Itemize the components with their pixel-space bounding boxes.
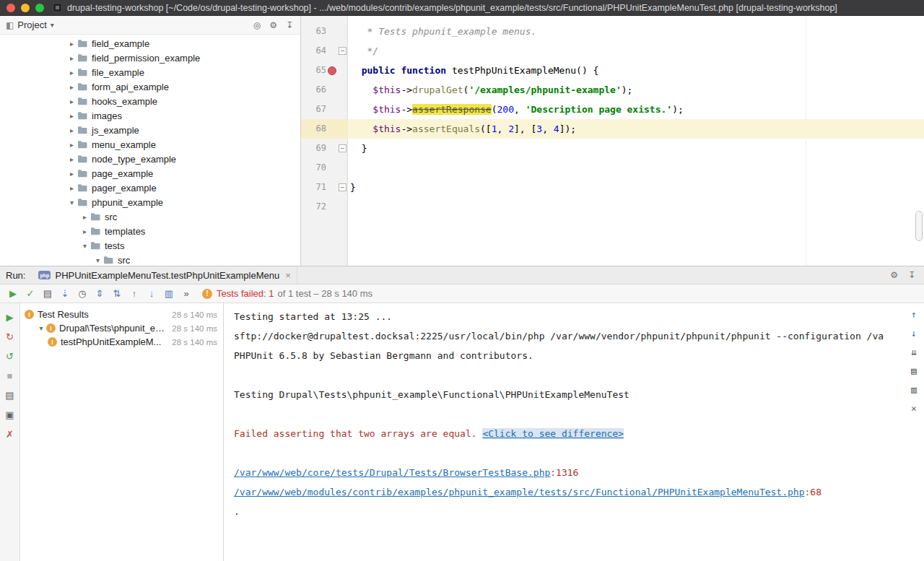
code-line[interactable]: 72 [301, 197, 924, 217]
chevron-down-icon[interactable]: ▾ [92, 256, 103, 264]
more-icon[interactable]: » [178, 288, 195, 299]
chevron-right-icon[interactable]: ▸ [66, 126, 77, 134]
close-tab-icon[interactable]: × [285, 270, 291, 281]
to-bottom-icon[interactable]: ↓ [911, 328, 917, 339]
project-tree-item[interactable]: ▸node_type_example [0, 152, 300, 166]
project-tree-item[interactable]: ▸form_api_example [0, 79, 300, 94]
project-tree-item[interactable]: ▸images [0, 108, 300, 123]
code-text [348, 158, 350, 178]
scroll-to-end-icon[interactable]: ⇊ [911, 347, 917, 357]
import-test-results-icon[interactable]: ▥ [160, 288, 178, 299]
rerun-test-icon[interactable]: ▶ [6, 312, 14, 323]
hide-passed-icon[interactable]: ✓ [22, 288, 39, 299]
close-window-button[interactable] [6, 4, 15, 12]
previous-failed-test-icon[interactable]: ↑ [126, 288, 143, 299]
test-results-tree: !Test Results28 s 140 ms▾!Drupal\Tests\p… [20, 303, 224, 561]
project-tree-item[interactable]: ▸src [0, 209, 300, 224]
restore-layout-icon[interactable]: ▤ [5, 390, 14, 401]
chevron-down-icon[interactable]: ▾ [51, 21, 54, 29]
project-tree-item[interactable]: ▸field_permission_example [0, 51, 300, 65]
collapse-all-icon[interactable]: ⇅ [108, 288, 126, 299]
project-tree-item[interactable]: ▾tests [0, 238, 300, 253]
fold-marker-icon[interactable] [337, 183, 347, 191]
chevron-right-icon[interactable]: ▸ [66, 54, 77, 62]
rerun-failed-tests-icon[interactable]: ↻ [6, 331, 14, 342]
stop-icon[interactable]: ■ [7, 370, 13, 381]
fold-marker-icon[interactable] [337, 144, 347, 152]
folder-icon [77, 169, 90, 178]
editor-gutter: 63 [301, 22, 348, 41]
locate-file-icon[interactable]: ◎ [253, 20, 261, 30]
code-line[interactable]: 65 public function testPhpUnitExampleMen… [301, 61, 924, 80]
close-run-icon[interactable]: ✗ [6, 429, 14, 440]
project-tree-item[interactable]: ▸hooks_example [0, 94, 300, 108]
code-line[interactable]: 66 $this->drupalGet('/examples/phpunit-e… [301, 80, 924, 100]
clear-all-icon[interactable]: × [911, 403, 917, 414]
code-line[interactable]: 68 $this->assertEquals([1, 2], [3, 4]); [301, 119, 924, 139]
project-tree-item[interactable]: ▸menu_example [0, 137, 300, 152]
test-tree-item[interactable]: !Test Results28 s 140 ms [20, 308, 223, 321]
gutter-icon-slot [326, 144, 337, 154]
chevron-right-icon[interactable]: ▸ [66, 184, 77, 192]
show-ignored-icon[interactable]: ▤ [39, 288, 56, 299]
minimize-window-button[interactable] [21, 4, 30, 12]
soft-wrap-icon[interactable]: ▤ [911, 365, 917, 376]
chevron-down-icon[interactable]: ▾ [79, 242, 90, 250]
code-line[interactable]: 67 $this->assertResponse(200, 'Descripti… [301, 100, 924, 119]
chevron-right-icon[interactable]: ▸ [79, 227, 90, 235]
to-top-icon[interactable]: ↑ [911, 309, 917, 320]
run-tab[interactable]: php PHPUnitExampleMenuTest.testPhpUnitEx… [32, 266, 297, 284]
console-link[interactable]: /var/www/web/core/tests/Drupal/Tests/Bro… [234, 467, 550, 478]
print-icon[interactable]: ▥ [911, 384, 917, 395]
toggle-auto-test-icon[interactable]: ↺ [6, 351, 14, 362]
code-line[interactable]: 70 [301, 158, 924, 178]
project-tree-item[interactable]: ▾src [0, 253, 300, 266]
console-text: PHPUnit 6.5.8 by Sebastian Bergmann and … [234, 350, 533, 361]
project-header-label[interactable]: Project [17, 19, 46, 30]
test-failed-gutter-icon[interactable] [326, 66, 337, 76]
chevron-down-icon[interactable]: ▾ [36, 324, 46, 332]
chevron-right-icon[interactable]: ▸ [66, 69, 77, 77]
fold-marker-icon[interactable] [337, 47, 347, 55]
project-tree-item[interactable]: ▸js_example [0, 123, 300, 137]
chevron-right-icon[interactable]: ▸ [66, 83, 77, 91]
project-tree-item[interactable]: ▸field_example [0, 36, 300, 51]
chevron-right-icon[interactable]: ▸ [66, 40, 77, 48]
chevron-right-icon[interactable]: ▸ [66, 170, 77, 178]
project-tree-item[interactable]: ▸file_example [0, 65, 300, 79]
editor[interactable]: 63 * Tests phpunit_example menus.64 */65… [301, 16, 924, 266]
code-line[interactable]: 64 */ [301, 41, 924, 61]
chevron-right-icon[interactable]: ▸ [66, 155, 77, 163]
sort-alphabetically-icon[interactable]: ⇣ [56, 288, 74, 299]
console-link[interactable]: <Click to see difference> [482, 428, 624, 439]
project-tree-item[interactable]: ▸page_example [0, 166, 300, 181]
run-settings-gear-icon[interactable]: ⚙ [890, 270, 898, 280]
chevron-right-icon[interactable]: ▸ [66, 97, 77, 105]
hide-panel-icon[interactable]: ↧ [286, 20, 293, 30]
next-failed-test-icon[interactable]: ↓ [143, 288, 160, 299]
editor-scrollbar[interactable] [915, 211, 923, 241]
chevron-right-icon[interactable]: ▸ [66, 112, 77, 120]
test-tree-item[interactable]: ▾!Drupal\Tests\phpunit_ex...28 s 140 ms [20, 321, 223, 335]
zoom-window-button[interactable] [35, 4, 44, 12]
test-console[interactable]: Testing started at 13:25 ...sftp://docke… [224, 303, 924, 561]
chevron-right-icon[interactable]: ▸ [79, 213, 90, 221]
code-line[interactable]: 71} [301, 178, 924, 197]
hide-run-window-icon[interactable]: ↧ [908, 270, 915, 280]
chevron-down-icon[interactable]: ▾ [66, 199, 77, 206]
test-tree-item[interactable]: !testPhpUnitExampleM...28 s 140 ms [20, 335, 223, 349]
project-tree-item[interactable]: ▸pager_example [0, 181, 300, 195]
console-link[interactable]: /var/www/web/modules/contrib/examples/ph… [234, 487, 805, 497]
code-line[interactable]: 69 } [301, 139, 924, 158]
expand-all-icon[interactable]: ⇕ [91, 288, 108, 299]
code-line[interactable]: 63 * Tests phpunit_example menus. [301, 22, 924, 41]
pin-tab-icon[interactable]: ▣ [5, 409, 14, 420]
settings-gear-icon[interactable]: ⚙ [269, 20, 277, 30]
folder-icon [90, 227, 103, 235]
rerun-tests-icon[interactable]: ▶ [4, 288, 22, 299]
folder-icon [77, 140, 90, 149]
sort-by-duration-icon[interactable]: ◷ [74, 288, 91, 299]
chevron-right-icon[interactable]: ▸ [66, 141, 77, 149]
project-tree-item[interactable]: ▾phpunit_example [0, 195, 300, 209]
project-tree-item[interactable]: ▸templates [0, 224, 300, 238]
